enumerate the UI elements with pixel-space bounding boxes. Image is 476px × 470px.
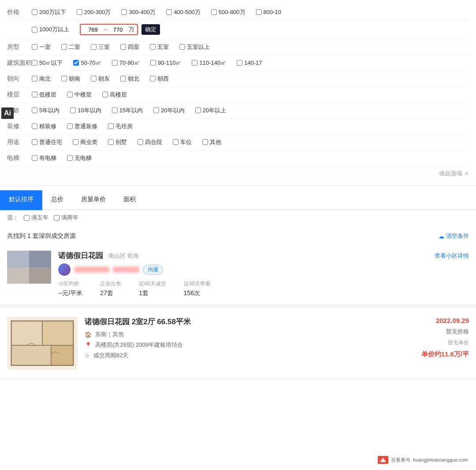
usage-4[interactable]: 四合院	[138, 138, 162, 146]
stat-30day-views: 近30天带看 156次	[184, 280, 211, 297]
room-type-6[interactable]: 五室以上	[179, 43, 210, 51]
direction-3[interactable]: 朝东	[91, 75, 110, 83]
agent-row: 沟通	[58, 263, 469, 276]
price-checkbox-6[interactable]	[256, 9, 262, 15]
elevator-1[interactable]: 有电梯	[32, 154, 56, 162]
price-range-options: 1000万以上 - 万 确定	[32, 24, 469, 35]
age-3[interactable]: 15年以内	[112, 107, 143, 115]
renovation-2[interactable]: 普通装修	[67, 122, 97, 130]
area-label: 建筑面积	[7, 59, 32, 67]
price-option-4[interactable]: 400-500万	[166, 8, 201, 16]
price-confirm-button[interactable]: 确定	[141, 24, 160, 35]
agent-info-blurred	[113, 266, 139, 273]
price-range-from[interactable]	[83, 26, 103, 33]
area-5[interactable]: 110-140㎡	[192, 59, 226, 67]
room-type-row: 房型 一室 二室 三室 四室 五室 五室以上	[7, 39, 469, 55]
tag-two-years[interactable]: 满两年	[54, 214, 78, 222]
area-3[interactable]: 70-90㎡	[112, 59, 140, 67]
price-checkbox-3[interactable]	[121, 9, 127, 15]
contact-button[interactable]: 沟通	[143, 265, 163, 275]
sort-area[interactable]: 面积	[115, 190, 145, 210]
usage-options: 普通住宅 商业类 别墅 四合院 车位 其他	[32, 138, 469, 146]
sort-unit-price[interactable]: 房屋单价	[72, 190, 115, 210]
price-over-1000-checkbox[interactable]	[32, 27, 37, 33]
listing-thumbnail	[7, 317, 78, 370]
price-range-separator: -	[104, 26, 107, 33]
area-1[interactable]: 50㎡以下	[32, 59, 63, 67]
sort-total-price[interactable]: 总价	[42, 190, 72, 210]
direction-row: 朝向 南北 朝南 朝东 朝北 朝西	[7, 71, 469, 87]
community-thumbnail	[7, 251, 51, 284]
price-over-1000[interactable]: 1000万以上	[32, 26, 69, 33]
direction-label: 朝向	[7, 75, 32, 83]
usage-3[interactable]: 别墅	[108, 138, 127, 146]
price-checkbox-4[interactable]	[166, 9, 172, 15]
room-type-5[interactable]: 五室	[150, 43, 169, 51]
price-range-box: - 万	[80, 24, 138, 35]
listing-direction-row: 🏠 东南｜其他	[85, 330, 383, 338]
sort-default[interactable]: 默认排序	[0, 190, 42, 210]
room-type-1[interactable]: 一室	[32, 43, 51, 51]
usage-5[interactable]: 车位	[173, 138, 192, 146]
price-option-5[interactable]: 500-800万	[211, 8, 245, 16]
price-checkbox-5[interactable]	[211, 9, 217, 15]
price-option-6[interactable]: 800-10	[256, 9, 281, 15]
community-detail-link[interactable]: 查看小区详情	[435, 252, 469, 260]
listing-info: 诺德假日花园 2室2厅 66.58平米 🏠 东南｜其他 📍 高楼层(共29层) …	[85, 317, 383, 362]
usage-6[interactable]: 其他	[202, 138, 221, 146]
area-4[interactable]: 90-110㎡	[150, 59, 181, 67]
elevator-label: 电梯	[7, 154, 32, 162]
price-range-to[interactable]	[108, 26, 128, 33]
price-option-3[interactable]: 300-400万	[121, 8, 156, 16]
direction-5[interactable]: 朝西	[150, 75, 169, 83]
price-checkbox-2[interactable]	[77, 9, 82, 15]
star-icon: ☆	[85, 352, 90, 359]
elevator-options: 有电梯 无电梯	[32, 154, 469, 162]
price-option-2[interactable]: 200-300万	[77, 8, 111, 16]
area-2[interactable]: 50-70㎡	[73, 59, 101, 67]
renovation-row: 装修 精装修 普通装修 毛坯房	[7, 118, 469, 134]
renovation-1[interactable]: 精装修	[32, 122, 56, 130]
area-options: 50㎡以下 50-70㎡ 70-90㎡ 90-110㎡ 110-140㎡ 140…	[32, 59, 469, 67]
filter-section: 价格 200万以下 200-300万 300-400万 400-500万 500…	[0, 0, 476, 186]
floor-1[interactable]: 低楼层	[32, 91, 56, 99]
usage-label: 用途	[7, 138, 32, 146]
ai-label: Ai	[1, 107, 14, 119]
age-row: 楼龄 5年以内 10年以内 15年以内 20年以内 20年以上	[7, 103, 469, 118]
price-checkbox-1[interactable]	[32, 9, 37, 15]
collapse-link[interactable]: 收起选项 ∧	[7, 166, 469, 181]
direction-4[interactable]: 朝北	[120, 75, 139, 83]
listing-card: 诺德假日花园 2室2厅 66.58平米 🏠 东南｜其他 📍 高楼层(共29层) …	[0, 308, 476, 379]
direction-1[interactable]: 南北	[32, 75, 51, 83]
community-info: 诺德假日花园 南山区 前海 查看小区详情 沟通 小区均价 --元/平米 正在出售…	[58, 251, 469, 297]
floor-2[interactable]: 中楼层	[67, 91, 92, 99]
community-name: 诺德假日花园	[58, 251, 103, 261]
room-type-4[interactable]: 四室	[120, 43, 139, 51]
floor-options: 低楼层 中楼层 高楼层	[32, 91, 469, 99]
listing-unit-price-label: 暂无单价	[448, 339, 469, 347]
renovation-3[interactable]: 毛坯房	[108, 122, 133, 130]
community-stats: 小区均价 --元/平米 正在出售 27套 近90天成交 1套 近30天带看 15…	[58, 280, 469, 297]
room-type-3[interactable]: 三室	[91, 43, 110, 51]
price-range-row: 1000万以上 - 万 确定	[7, 20, 469, 39]
age-2[interactable]: 10年以内	[70, 107, 101, 115]
age-5[interactable]: 20年以上	[195, 107, 226, 115]
price-option-1[interactable]: 200万以下	[32, 8, 66, 16]
room-type-2[interactable]: 二室	[61, 43, 80, 51]
age-4[interactable]: 20年以内	[153, 107, 184, 115]
room-type-label: 房型	[7, 43, 32, 51]
area-6[interactable]: 140-17	[237, 59, 262, 66]
age-options: 5年以内 10年以内 15年以内 20年以内 20年以上	[32, 107, 469, 115]
listing-total-price: 暂无价格	[446, 328, 469, 336]
results-count: 1	[27, 232, 31, 239]
usage-1[interactable]: 普通住宅	[32, 138, 62, 146]
usage-2[interactable]: 商业类	[73, 138, 97, 146]
tag-five-years[interactable]: 满五年	[24, 214, 48, 222]
room-type-options: 一室 二室 三室 四室 五室 五室以上	[32, 43, 469, 51]
floor-3[interactable]: 高楼层	[102, 91, 127, 99]
age-1[interactable]: 5年以内	[32, 107, 60, 115]
clear-conditions-button[interactable]: ☁ 清空条件	[439, 232, 469, 240]
direction-2[interactable]: 朝南	[61, 75, 80, 83]
elevator-2[interactable]: 无电梯	[67, 154, 92, 162]
listing-title: 诺德假日花园 2室2厅 66.58平米	[85, 317, 383, 327]
